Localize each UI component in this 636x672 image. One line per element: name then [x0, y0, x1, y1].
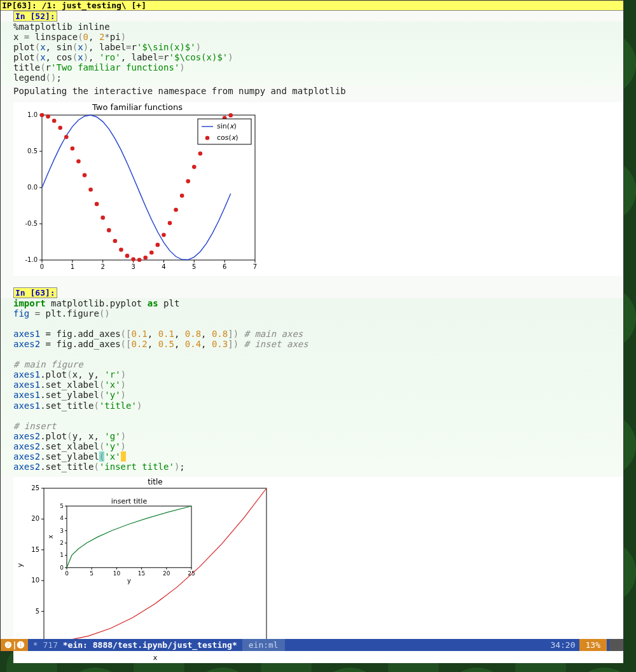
svg-text:2: 2: [101, 263, 105, 270]
svg-point-40: [113, 238, 118, 243]
svg-point-46: [149, 250, 154, 255]
svg-point-31: [58, 125, 62, 130]
modeline-indicator: [609, 639, 623, 651]
cell-63[interactable]: In [63]: import matplotlib.pyplot as plt…: [1, 287, 623, 664]
svg-point-29: [46, 114, 50, 119]
svg-text:25: 25: [188, 570, 195, 577]
svg-point-33: [71, 146, 75, 151]
svg-text:20: 20: [31, 516, 39, 523]
svg-text:cos(x): cos(x): [217, 134, 238, 142]
vim-tabline: IP[63]: /1: just_testing\ [+]: [1, 1, 623, 11]
svg-text:Two familiar functions: Two familiar functions: [92, 102, 183, 112]
svg-point-42: [125, 254, 130, 258]
svg-point-48: [162, 233, 166, 237]
plot-2: title0123450510152025xyinsert title05101…: [13, 477, 623, 663]
svg-text:5: 5: [192, 263, 196, 270]
svg-text:insert title: insert title: [111, 497, 148, 505]
svg-text:0: 0: [60, 565, 64, 571]
svg-text:x: x: [153, 654, 158, 661]
svg-point-30: [52, 118, 57, 123]
svg-point-35: [83, 173, 87, 177]
svg-text:y: y: [16, 563, 24, 567]
svg-point-53: [192, 165, 197, 169]
svg-text:3: 3: [131, 263, 135, 270]
svg-point-37: [95, 202, 99, 206]
svg-point-47: [156, 242, 160, 247]
svg-point-49: [168, 221, 172, 225]
svg-point-32: [64, 135, 69, 139]
svg-point-50: [174, 207, 178, 212]
cell-52[interactable]: In [52]: %matplotlib inline x = linspace…: [1, 11, 623, 276]
svg-text:1: 1: [71, 263, 74, 270]
svg-point-34: [76, 159, 81, 163]
svg-text:6: 6: [223, 263, 226, 270]
svg-point-54: [198, 151, 203, 156]
svg-point-44: [137, 257, 142, 262]
svg-text:0: 0: [65, 570, 69, 577]
svg-text:0.0: 0.0: [27, 184, 38, 191]
svg-point-51: [180, 193, 184, 198]
svg-text:4: 4: [162, 263, 165, 270]
notebook-content[interactable]: In [52]: %matplotlib inline x = linspace…: [1, 11, 623, 663]
svg-point-39: [107, 228, 111, 232]
cell-output: Populating the interactive namespace fro…: [1, 86, 623, 100]
modeline-mode: ein:ml: [242, 639, 285, 651]
editor-frame: IP[63]: /1: just_testing\ [+] In [52]: %…: [0, 0, 624, 652]
svg-text:1.0: 1.0: [27, 111, 38, 118]
svg-text:2: 2: [60, 540, 64, 546]
code-block[interactable]: %matplotlib inline x = linspace(0, 2*pi)…: [1, 22, 623, 86]
svg-point-63: [205, 135, 210, 140]
modeline-percent: 13%: [579, 639, 607, 651]
plot-1: Two familiar functions01234567-1.0-0.50.…: [13, 102, 623, 276]
svg-text:3: 3: [60, 528, 64, 534]
svg-text:-1.0: -1.0: [25, 256, 38, 263]
svg-point-45: [143, 256, 148, 260]
cell-prompt: In [63]:: [13, 287, 57, 298]
svg-text:x: x: [47, 535, 54, 539]
chart-inset-axes: title0123450510152025xyinsert title05101…: [13, 477, 273, 661]
svg-text:10: 10: [31, 577, 39, 584]
chart-two-familiar-functions: Two familiar functions01234567-1.0-0.50.…: [13, 102, 261, 274]
svg-text:7: 7: [253, 263, 257, 270]
modeline-buffer: * 717 *ein: 8888/test.ipynb/just_testing…: [28, 639, 242, 651]
svg-text:title: title: [148, 477, 162, 486]
svg-text:15: 15: [138, 570, 145, 577]
modeline-workspace: ❷|➊: [1, 639, 28, 651]
svg-point-52: [186, 179, 190, 183]
svg-text:10: 10: [113, 570, 121, 577]
svg-text:4: 4: [60, 516, 64, 522]
svg-text:5: 5: [36, 608, 39, 615]
svg-text:1: 1: [60, 552, 64, 559]
svg-text:25: 25: [31, 484, 39, 491]
svg-text:-0.5: -0.5: [25, 220, 38, 227]
modeline-position: 34:20: [546, 640, 579, 650]
code-block[interactable]: import matplotlib.pyplot as plt fig = pl…: [1, 298, 623, 475]
svg-text:y: y: [127, 577, 131, 584]
svg-point-43: [131, 257, 135, 261]
svg-text:5: 5: [90, 570, 93, 577]
svg-point-41: [119, 247, 123, 252]
svg-point-38: [100, 216, 105, 220]
svg-text:0.5: 0.5: [27, 147, 38, 154]
cursor: [121, 451, 126, 462]
svg-text:5: 5: [60, 503, 64, 509]
svg-point-28: [40, 113, 45, 117]
svg-point-59: [228, 113, 233, 118]
svg-rect-94: [67, 506, 191, 568]
svg-text:sin(x): sin(x): [217, 122, 237, 130]
svg-text:0: 0: [40, 263, 44, 270]
svg-text:20: 20: [163, 570, 170, 577]
cell-prompt: In [52]:: [13, 11, 57, 22]
svg-point-36: [88, 188, 93, 192]
modeline: ❷|➊ * 717 *ein: 8888/test.ipynb/just_tes…: [1, 639, 623, 651]
svg-text:15: 15: [31, 546, 39, 553]
